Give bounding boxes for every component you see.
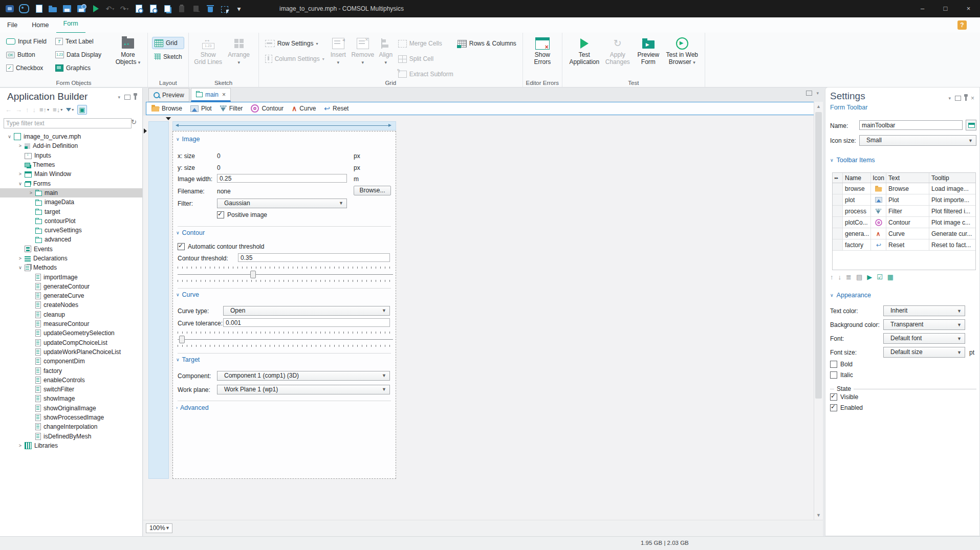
pin-settings-icon[interactable] xyxy=(965,96,967,101)
tree-item-factory[interactable]: factory xyxy=(0,366,142,375)
input-field-button[interactable]: Input Field xyxy=(4,36,53,47)
save-as-button[interactable] xyxy=(76,3,87,15)
tab-preview[interactable]: Preview xyxy=(148,88,189,102)
tab-home[interactable]: Home xyxy=(25,17,56,33)
extract-subform-button[interactable]: Extract Subform xyxy=(396,69,455,80)
close-tab-icon[interactable]: × xyxy=(222,91,226,98)
tree-item-Events[interactable]: Events xyxy=(0,245,142,254)
merge-cells-button[interactable]: Merge Cells xyxy=(396,38,455,49)
form-canvas[interactable]: ∨Image x: size 0 px y: size 0 px Image w… xyxy=(143,116,814,520)
tree-item-image_to_curve.mph[interactable]: ∨image_to_curve.mph xyxy=(0,132,142,141)
browse-file-button[interactable]: Browse... xyxy=(354,186,391,195)
tree-item-Declarations[interactable]: >Declarations xyxy=(0,254,142,263)
move-up-button[interactable]: ↑ xyxy=(26,106,29,114)
table-row[interactable]: browseBrowseLoad image... xyxy=(833,183,975,194)
expander-icon[interactable]: > xyxy=(17,256,24,261)
paste-button[interactable] xyxy=(176,3,187,15)
work-plane-combo[interactable]: Work Plane 1 (wp1)▼ xyxy=(217,385,390,394)
show-grid-lines-button[interactable]: Show Grid Lines xyxy=(193,35,224,65)
tree-item-createNodes[interactable]: createNodes xyxy=(0,300,142,310)
row-selector[interactable] xyxy=(833,183,843,194)
tree-filter-input[interactable] xyxy=(4,118,132,128)
row-selector[interactable] xyxy=(833,228,843,239)
tree-item-target[interactable]: target xyxy=(0,207,142,216)
component-combo[interactable]: Component 1 (comp1) (3D)▼ xyxy=(217,371,390,381)
tree-item-switchFilter[interactable]: switchFilter xyxy=(0,385,142,394)
form-design-surface[interactable]: ∨Image x: size 0 px y: size 0 px Image w… xyxy=(172,131,396,479)
row-selector[interactable] xyxy=(833,206,843,216)
scroll-down-icon[interactable]: ▼ xyxy=(814,513,823,518)
section-appearance[interactable]: ∨Appearance xyxy=(830,292,871,299)
save-button[interactable] xyxy=(61,3,73,15)
vertical-scrollbar[interactable]: ▲ ▼ xyxy=(814,102,823,520)
table-row[interactable]: genera...∧CurveGenerate cur... xyxy=(833,228,975,239)
tree-item-curveSettings[interactable]: curveSettings xyxy=(0,226,142,235)
toolbar-menu-button[interactable]: ▾ xyxy=(233,3,245,15)
curve-button[interactable]: ∧Curve xyxy=(292,105,316,112)
arrange-button[interactable]: Arrange ▾ xyxy=(224,35,254,66)
visible-checkbox[interactable]: Visible xyxy=(830,393,858,401)
tree-item-Methods[interactable]: ∨Methods xyxy=(0,263,142,272)
icon-size-combo[interactable]: Small▼ xyxy=(859,135,976,146)
data-display-button[interactable]: 1.23Data Display xyxy=(53,49,110,60)
image-width-input[interactable] xyxy=(217,174,347,183)
tree-item-Themes[interactable]: Themes xyxy=(0,160,142,169)
collapse-all-button[interactable]: ≡↓▾ xyxy=(53,106,62,114)
dropdown-caret-icon[interactable]: ▾ xyxy=(112,7,114,11)
curve-tolerance-input[interactable] xyxy=(223,318,390,327)
model-window-button[interactable] xyxy=(18,3,30,15)
tree-item-showOriginalImage[interactable]: showOriginalImage xyxy=(0,404,142,413)
split-cell-button[interactable]: Split Cell xyxy=(396,53,455,64)
close-settings-icon[interactable]: × xyxy=(971,95,974,102)
close-button[interactable]: × xyxy=(957,0,980,17)
enabled-checkbox[interactable]: Enabled xyxy=(830,404,863,411)
section-target[interactable]: ∨Target xyxy=(176,356,200,363)
tab-main[interactable]: main × xyxy=(191,88,231,102)
slider-handle[interactable] xyxy=(179,336,185,343)
grid-row-strip[interactable] xyxy=(172,121,396,130)
move-down-button[interactable]: ↓ xyxy=(33,106,36,114)
tree-item-importImage[interactable]: importImage xyxy=(0,272,142,281)
tree-item-imageData[interactable]: imageData xyxy=(0,197,142,207)
forward-button[interactable]: → xyxy=(15,106,22,114)
filter-combo[interactable]: Gaussian▼ xyxy=(217,199,347,208)
expander-icon[interactable]: > xyxy=(17,171,24,177)
tree-item-showProcessedImage[interactable]: showProcessedImage xyxy=(0,413,142,422)
tree-item-Add-in Definition[interactable]: >Add-in Definition xyxy=(0,141,142,150)
tree-item-enableControls[interactable]: enableControls xyxy=(0,376,142,385)
help-button[interactable]: ? xyxy=(957,20,967,30)
expander-icon[interactable]: ∨ xyxy=(17,181,24,186)
table-row[interactable]: plotPlotPlot importe... xyxy=(833,194,975,206)
curve-type-combo[interactable]: Open▼ xyxy=(223,306,390,316)
show-in-editor-button[interactable]: ▣ xyxy=(77,105,86,115)
copy-button[interactable] xyxy=(162,3,173,15)
editor-menu-icon[interactable]: ▾ xyxy=(816,91,819,96)
slider-handle[interactable] xyxy=(250,271,256,278)
tree-item-Forms[interactable]: ∨Forms xyxy=(0,179,142,188)
row-selector[interactable] xyxy=(833,194,843,205)
button-object-button[interactable]: OKButton xyxy=(4,49,53,60)
scroll-up-icon[interactable]: ▲ xyxy=(814,104,823,109)
column-settings-button[interactable]: Column Settings ▾ xyxy=(263,53,326,64)
section-advanced[interactable]: ›Advanced xyxy=(176,404,209,411)
grid-column-strip[interactable] xyxy=(148,121,169,479)
app-menu-button[interactable] xyxy=(4,3,15,15)
contour-threshold-input[interactable] xyxy=(238,253,390,262)
row-settings-button[interactable]: Row Settings ▾ xyxy=(263,38,326,49)
align-button[interactable]: Align▾ xyxy=(376,35,396,66)
run-button[interactable] xyxy=(90,3,101,15)
zoom-extents-button[interactable] xyxy=(147,3,159,15)
select-box-button[interactable] xyxy=(219,3,230,15)
back-button[interactable]: ← xyxy=(5,106,12,114)
italic-checkbox[interactable]: Italic xyxy=(830,371,853,379)
move-down-button[interactable]: ↓ xyxy=(838,273,842,281)
background-color-combo[interactable]: Transparent▼ xyxy=(883,319,965,330)
duplicate-button[interactable] xyxy=(190,3,202,15)
section-image[interactable]: ∨Image xyxy=(176,136,200,143)
checkbox-object-button[interactable]: ✓Checkbox xyxy=(4,62,53,74)
section-toolbar-items[interactable]: ∨Toolbar Items xyxy=(830,157,875,164)
tree-item-cleanup[interactable]: cleanup xyxy=(0,310,142,319)
filter-button[interactable]: Filter xyxy=(220,105,243,112)
text-color-combo[interactable]: Inherit▼ xyxy=(883,305,965,316)
auto-threshold-checkbox[interactable]: Automatic contour threshold xyxy=(178,243,264,250)
